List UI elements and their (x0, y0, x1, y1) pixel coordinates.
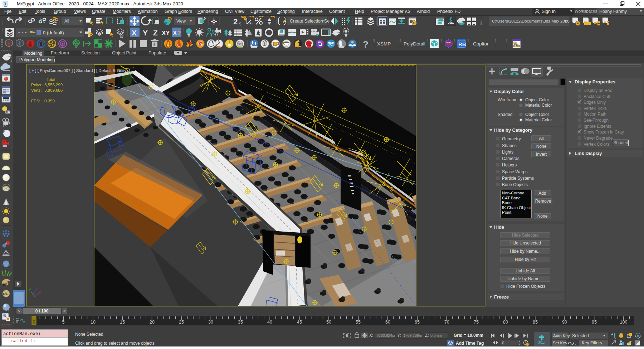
svg-text:60: 60 (385, 320, 390, 325)
svg-text:X: X (173, 30, 177, 37)
svg-text:10: 10 (91, 320, 96, 325)
svg-text:-6280.924м: -6280.924м (375, 333, 395, 338)
svg-text:55: 55 (356, 320, 361, 325)
svg-text:Auto Key: Auto Key (553, 334, 570, 338)
svg-text:All: All (64, 19, 69, 24)
svg-text:0: 0 (502, 341, 504, 345)
svg-text:0.0mm: 0.0mm (430, 333, 442, 338)
svg-text:45: 45 (297, 320, 302, 325)
svg-text:50: 50 (326, 320, 331, 325)
svg-text:3: 3 (4, 1, 6, 6)
svg-text:15: 15 (120, 320, 125, 325)
svg-text:Z: Z (153, 29, 158, 37)
svg-text:30: 30 (208, 320, 213, 325)
svg-text:90: 90 (562, 320, 567, 325)
svg-text:2: 2 (233, 17, 238, 26)
svg-text:Set Key: Set Key (553, 341, 567, 345)
svg-text:PolyDetail: PolyDetail (404, 41, 425, 47)
svg-text:Add Time Tag: Add Time Tag (456, 341, 484, 346)
svg-text:Verts:: Verts: (31, 88, 42, 92)
svg-text:3,556,299: 3,556,299 (44, 83, 63, 87)
svg-text:FPS:: FPS: (31, 99, 40, 103)
svg-text:View: View (176, 19, 186, 24)
svg-text:Grid = 10.0mm: Grid = 10.0mm (454, 333, 483, 338)
svg-text:0 (default): 0 (default) (43, 30, 64, 35)
svg-text:20: 20 (150, 320, 155, 325)
svg-text:y: y (29, 287, 31, 291)
svg-text:X:: X: (369, 333, 373, 338)
svg-text:75: 75 (474, 320, 479, 325)
svg-text:85: 85 (533, 320, 538, 325)
svg-text:Polys:: Polys: (31, 83, 42, 87)
svg-text:HF: HF (3, 283, 7, 286)
svg-text:3,809,686: 3,809,686 (44, 88, 63, 92)
svg-text:80: 80 (503, 320, 508, 325)
svg-text:Total: Total (47, 77, 55, 82)
svg-text:?: ? (363, 39, 369, 49)
svg-text:X: X (132, 29, 137, 37)
svg-text:.5: .5 (238, 22, 241, 26)
svg-text:Y:: Y: (397, 333, 401, 338)
svg-text:Copitor: Copitor (473, 41, 489, 47)
svg-text:35: 35 (238, 320, 243, 325)
svg-text:Z:: Z: (425, 333, 429, 338)
svg-text:0: 0 (33, 320, 35, 325)
svg-text:40: 40 (267, 320, 272, 325)
svg-text:5: 5 (62, 320, 65, 325)
svg-text:Key Filters...: Key Filters... (582, 340, 606, 345)
svg-text:1769.289m: 1769.289m (403, 333, 422, 338)
svg-text:65: 65 (415, 320, 420, 325)
svg-text:95: 95 (592, 320, 597, 325)
svg-text:70: 70 (444, 320, 449, 325)
svg-text:100: 100 (620, 320, 628, 325)
svg-text:Y: Y (143, 29, 148, 37)
svg-text:RB: RB (458, 41, 466, 47)
svg-text:Create Selection Se: Create Selection Se (290, 19, 330, 24)
svg-text:Selected: Selected (572, 333, 589, 338)
svg-text:C:\Users\20122\Documents\3ds M: C:\Users\20122\Documents\3ds Max 2020 (492, 19, 570, 23)
svg-text:?: ? (177, 30, 181, 37)
svg-text:z: z (36, 287, 38, 291)
svg-text:0.359: 0.359 (44, 99, 55, 103)
svg-text:25: 25 (179, 320, 184, 325)
svg-text:[ + ] [ PhysCamera007 ] [ Stan: [ + ] [ PhysCamera007 ] [ Standard ] [ D… (29, 68, 130, 73)
svg-text:Ox: Ox (3, 292, 7, 296)
svg-text:XY: XY (162, 30, 170, 37)
svg-text:XSMP: XSMP (377, 41, 391, 47)
